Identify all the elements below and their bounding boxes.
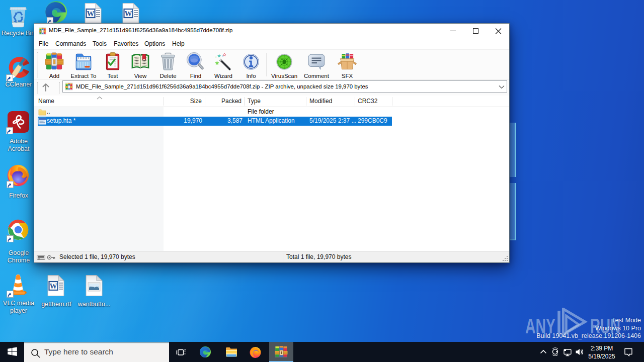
svg-text:W: W [125, 10, 132, 18]
svg-text:W: W [87, 10, 95, 18]
svg-text:W: W [50, 282, 57, 290]
